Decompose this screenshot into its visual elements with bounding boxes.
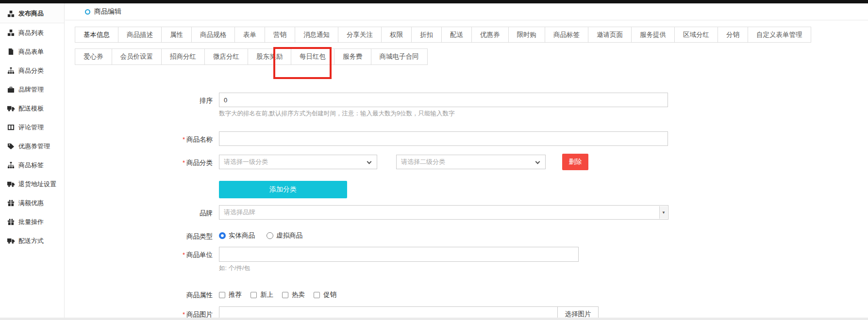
tab-secondary[interactable]: 微店分红 bbox=[204, 48, 248, 65]
attribute-checkbox[interactable]: 热卖 bbox=[282, 290, 305, 299]
truck-icon bbox=[7, 237, 15, 244]
tab-primary[interactable]: 消息通知 bbox=[295, 27, 338, 43]
category-level1-select[interactable]: 请选择一级分类 bbox=[219, 155, 377, 169]
tab-primary[interactable]: 商品标签 bbox=[545, 27, 588, 43]
secondary-tab-bar: 爱心券 会员价设置 招商分红 微店分红 股东奖励 每日红包 服务费 商城电子合同 bbox=[75, 48, 868, 65]
tab-primary[interactable]: 限时购 bbox=[508, 27, 546, 43]
tab-secondary[interactable]: 每日红包 bbox=[291, 48, 334, 65]
attribute-checkbox-group: 推荐 新上 热卖 促销 bbox=[219, 287, 345, 299]
add-category-spacer bbox=[65, 181, 219, 185]
sidebar-item-publish-product[interactable]: 发布商品 bbox=[0, 4, 64, 23]
sort-label: 排序 bbox=[65, 93, 219, 105]
tab-primary[interactable]: 属性 bbox=[161, 27, 192, 43]
sidebar-item-label: 配送模板 bbox=[18, 104, 44, 113]
brand-label: 品牌 bbox=[65, 205, 219, 218]
required-asterisk: * bbox=[183, 136, 185, 143]
sidebar-item-label: 商品表单 bbox=[18, 48, 44, 56]
tab-secondary[interactable]: 服务费 bbox=[334, 48, 371, 65]
sidebar-item-batch-operation[interactable]: 批量操作 bbox=[0, 212, 64, 231]
tab-primary[interactable]: 基本信息 bbox=[75, 27, 118, 43]
columns-icon bbox=[7, 124, 15, 131]
product-name-input[interactable] bbox=[219, 131, 668, 146]
checkbox-icon bbox=[314, 292, 320, 298]
breadcrumb: 商品编辑 bbox=[65, 3, 868, 20]
tab-secondary[interactable]: 爱心券 bbox=[75, 48, 112, 65]
sitemap-icon bbox=[7, 161, 15, 169]
tab-primary[interactable]: 营销 bbox=[265, 27, 295, 43]
primary-tab-bar: 基本信息 商品描述 属性 商品规格 表单 营销 消息通知 分享关注 权限 折扣 … bbox=[75, 27, 868, 43]
sidebar-item-full-discount[interactable]: 满额优惠 bbox=[0, 193, 64, 212]
sidebar-item-label: 品牌管理 bbox=[18, 85, 44, 94]
tab-secondary[interactable]: 股东奖励 bbox=[248, 48, 291, 65]
window-top-bar bbox=[0, 0, 868, 3]
product-unit-row: *商品单位 如: 个/件/包 bbox=[65, 247, 868, 272]
tab-primary[interactable]: 分销 bbox=[718, 27, 748, 43]
tab-primary[interactable]: 自定义表单管理 bbox=[748, 27, 811, 43]
tab-secondary[interactable]: 会员价设置 bbox=[112, 48, 162, 65]
tab-primary[interactable]: 服务提供 bbox=[631, 27, 675, 43]
sidebar-item-label: 商品列表 bbox=[18, 29, 44, 37]
cubes-icon bbox=[7, 29, 15, 36]
product-unit-input[interactable] bbox=[219, 247, 579, 262]
sidebar-item-brand-management[interactable]: 品牌管理 bbox=[0, 80, 64, 99]
main-content: 商品编辑 基本信息 商品描述 属性 商品规格 表单 营销 消息通知 分享关注 权… bbox=[65, 3, 868, 320]
truck-icon bbox=[7, 180, 15, 188]
file-icon bbox=[7, 48, 15, 55]
category-level2-select[interactable]: 请选择二级分类 bbox=[396, 155, 546, 169]
checkbox-icon bbox=[282, 292, 288, 298]
attribute-checkbox[interactable]: 推荐 bbox=[219, 290, 242, 299]
tab-primary[interactable]: 表单 bbox=[234, 27, 265, 43]
product-unit-label: *商品单位 bbox=[65, 247, 219, 259]
sidebar-item-product-form[interactable]: 商品表单 bbox=[0, 42, 64, 61]
tag-icon bbox=[7, 143, 15, 150]
sidebar: 发布商品 商品列表 商品表单 商品分类 品牌管理 配送模板 评论管理 优惠券管理… bbox=[0, 3, 65, 320]
tab-primary[interactable]: 配送 bbox=[441, 27, 472, 43]
sort-row: 排序 数字大的排名在前,默认排序方式为创建时间，注意：输入最大数为9位数，只能输… bbox=[65, 93, 868, 118]
tab-primary[interactable]: 商品规格 bbox=[191, 27, 235, 43]
attribute-checkbox[interactable]: 新上 bbox=[250, 290, 273, 299]
brand-select[interactable]: 请选择品牌 ▼ bbox=[219, 205, 668, 220]
sort-input[interactable] bbox=[219, 93, 668, 107]
sidebar-item-product-tags[interactable]: 商品标签 bbox=[0, 156, 64, 175]
add-category-row: 添加分类 bbox=[65, 181, 868, 198]
radio-physical-product[interactable]: 实体商品 bbox=[219, 231, 255, 240]
sidebar-item-label: 满额优惠 bbox=[18, 199, 44, 208]
sort-help-text: 数字大的排名在前,默认排序方式为创建时间，注意：输入最大数为9位数，只能输入数字 bbox=[219, 110, 668, 118]
tab-primary[interactable]: 邀请页面 bbox=[588, 27, 632, 43]
product-attributes-row: 商品属性 推荐 新上 热卖 bbox=[65, 287, 868, 300]
sidebar-item-label: 商品标签 bbox=[18, 161, 44, 170]
truck-icon bbox=[7, 105, 15, 112]
add-category-button[interactable]: 添加分类 bbox=[219, 181, 347, 198]
radio-virtual-product[interactable]: 虚拟商品 bbox=[267, 231, 302, 240]
dropdown-arrow-icon[interactable]: ▼ bbox=[659, 206, 668, 219]
tab-primary[interactable]: 折扣 bbox=[411, 27, 442, 43]
tab-primary[interactable]: 权限 bbox=[381, 27, 412, 43]
sidebar-item-product-list[interactable]: 商品列表 bbox=[0, 23, 64, 42]
tab-primary[interactable]: 分享关注 bbox=[338, 27, 382, 43]
product-name-label: *商品名称 bbox=[65, 131, 219, 144]
sidebar-item-delivery-method[interactable]: 配送方式 bbox=[0, 231, 64, 250]
sidebar-item-delivery-template[interactable]: 配送模板 bbox=[0, 99, 64, 118]
tab-primary[interactable]: 商品描述 bbox=[118, 27, 162, 43]
tab-primary[interactable]: 区域分红 bbox=[674, 27, 718, 43]
sidebar-item-return-address[interactable]: 退货地址设置 bbox=[0, 175, 64, 193]
sidebar-item-comment-management[interactable]: 评论管理 bbox=[0, 118, 64, 137]
sidebar-item-label: 优惠券管理 bbox=[18, 142, 50, 151]
product-category-row: *商品分类 请选择一级分类 请选择二级分类 删除 bbox=[65, 155, 868, 170]
tab-primary[interactable]: 优惠券 bbox=[471, 27, 509, 43]
sidebar-item-label: 退货地址设置 bbox=[18, 180, 56, 189]
tab-secondary[interactable]: 商城电子合同 bbox=[371, 48, 428, 65]
checkbox-icon bbox=[250, 292, 257, 298]
attribute-checkbox[interactable]: 促销 bbox=[314, 290, 336, 299]
product-type-label: 商品类型 bbox=[65, 227, 219, 241]
sidebar-item-coupon-management[interactable]: 优惠券管理 bbox=[0, 137, 64, 156]
product-edit-form: 排序 数字大的排名在前,默认排序方式为创建时间，注意：输入最大数为9位数，只能输… bbox=[65, 93, 868, 320]
sidebar-item-product-category[interactable]: 商品分类 bbox=[0, 61, 64, 80]
gift-icon bbox=[7, 218, 15, 225]
required-asterisk: * bbox=[183, 159, 185, 166]
delete-category-button[interactable]: 删除 bbox=[562, 154, 588, 170]
brand-row: 品牌 请选择品牌 ▼ bbox=[65, 205, 868, 220]
required-asterisk: * bbox=[183, 311, 185, 318]
tab-secondary[interactable]: 招商分红 bbox=[161, 48, 205, 65]
page-title: 商品编辑 bbox=[94, 7, 121, 16]
